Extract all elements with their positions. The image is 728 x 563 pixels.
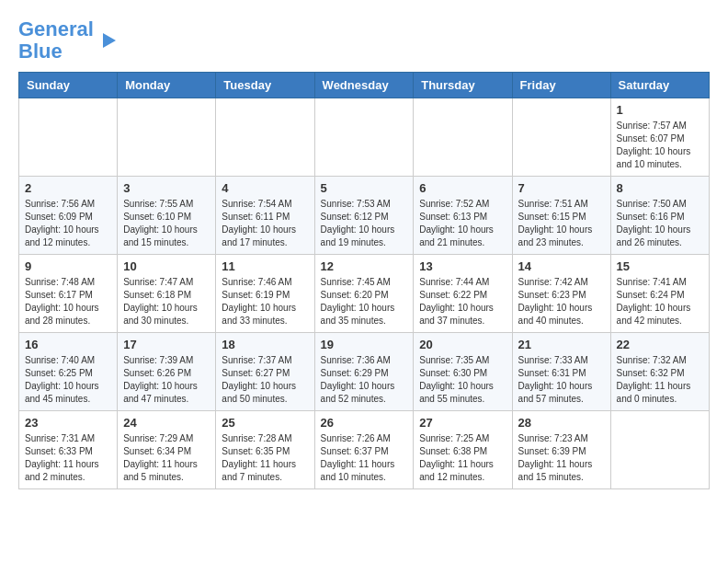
logo: GeneralBlue [18, 18, 121, 63]
calendar-cell: 21Sunrise: 7:33 AM Sunset: 6:31 PM Dayli… [512, 333, 610, 411]
svg-marker-0 [103, 33, 116, 48]
day-number: 11 [222, 259, 308, 273]
calendar-cell [512, 98, 610, 177]
calendar-cell [216, 98, 314, 177]
calendar-cell: 18Sunrise: 7:37 AM Sunset: 6:27 PM Dayli… [216, 333, 314, 411]
day-number: 14 [518, 259, 605, 273]
calendar-week-1: 1Sunrise: 7:57 AM Sunset: 6:07 PM Daylig… [19, 98, 710, 177]
calendar-cell [19, 98, 118, 177]
calendar-cell: 28Sunrise: 7:23 AM Sunset: 6:39 PM Dayli… [512, 411, 610, 489]
day-number: 20 [419, 338, 506, 351]
day-info: Sunrise: 7:29 AM Sunset: 6:34 PM Dayligh… [123, 432, 210, 484]
calendar-header-thursday: Thursday [414, 73, 512, 98]
calendar-week-3: 9Sunrise: 7:48 AM Sunset: 6:17 PM Daylig… [19, 255, 710, 333]
day-info: Sunrise: 7:42 AM Sunset: 6:23 PM Dayligh… [518, 276, 605, 327]
calendar-cell: 27Sunrise: 7:25 AM Sunset: 6:38 PM Dayli… [414, 411, 512, 489]
day-info: Sunrise: 7:50 AM Sunset: 6:16 PM Dayligh… [617, 198, 703, 249]
calendar-cell: 4Sunrise: 7:54 AM Sunset: 6:11 PM Daylig… [216, 177, 314, 255]
day-info: Sunrise: 7:23 AM Sunset: 6:39 PM Dayligh… [518, 432, 605, 484]
calendar-cell: 11Sunrise: 7:46 AM Sunset: 6:19 PM Dayli… [216, 255, 314, 333]
day-number: 13 [419, 259, 506, 273]
day-number: 17 [123, 338, 210, 351]
calendar-cell: 10Sunrise: 7:47 AM Sunset: 6:18 PM Dayli… [118, 255, 216, 333]
day-number: 27 [419, 416, 506, 430]
calendar-cell: 17Sunrise: 7:39 AM Sunset: 6:26 PM Dayli… [118, 333, 216, 411]
calendar-cell [414, 98, 512, 177]
calendar-week-5: 23Sunrise: 7:31 AM Sunset: 6:33 PM Dayli… [19, 411, 710, 489]
day-info: Sunrise: 7:37 AM Sunset: 6:27 PM Dayligh… [222, 354, 308, 406]
day-number: 9 [25, 259, 111, 273]
day-number: 18 [222, 338, 308, 351]
calendar-cell: 3Sunrise: 7:55 AM Sunset: 6:10 PM Daylig… [118, 177, 216, 255]
day-info: Sunrise: 7:51 AM Sunset: 6:15 PM Dayligh… [518, 198, 605, 249]
page-header: GeneralBlue [18, 18, 710, 63]
day-info: Sunrise: 7:54 AM Sunset: 6:11 PM Dayligh… [222, 198, 308, 249]
calendar-cell: 16Sunrise: 7:40 AM Sunset: 6:25 PM Dayli… [19, 333, 118, 411]
calendar-header-sunday: Sunday [19, 73, 118, 98]
day-info: Sunrise: 7:26 AM Sunset: 6:37 PM Dayligh… [321, 432, 408, 484]
calendar-header-wednesday: Wednesday [314, 73, 414, 98]
calendar-header-saturday: Saturday [610, 73, 709, 98]
day-info: Sunrise: 7:40 AM Sunset: 6:25 PM Dayligh… [25, 354, 111, 406]
calendar-cell: 8Sunrise: 7:50 AM Sunset: 6:16 PM Daylig… [610, 177, 709, 255]
calendar-cell [314, 98, 414, 177]
day-info: Sunrise: 7:56 AM Sunset: 6:09 PM Dayligh… [25, 198, 111, 249]
calendar-cell: 22Sunrise: 7:32 AM Sunset: 6:32 PM Dayli… [610, 333, 709, 411]
day-info: Sunrise: 7:57 AM Sunset: 6:07 PM Dayligh… [617, 120, 703, 171]
logo-text: GeneralBlue [18, 18, 94, 63]
day-info: Sunrise: 7:53 AM Sunset: 6:12 PM Dayligh… [321, 198, 408, 249]
calendar-cell: 6Sunrise: 7:52 AM Sunset: 6:13 PM Daylig… [414, 177, 512, 255]
calendar-cell: 20Sunrise: 7:35 AM Sunset: 6:30 PM Dayli… [414, 333, 512, 411]
day-number: 1 [617, 103, 703, 117]
calendar-cell: 19Sunrise: 7:36 AM Sunset: 6:29 PM Dayli… [314, 333, 414, 411]
calendar-body: 1Sunrise: 7:57 AM Sunset: 6:07 PM Daylig… [19, 98, 710, 489]
day-number: 2 [25, 181, 111, 195]
calendar-cell: 2Sunrise: 7:56 AM Sunset: 6:09 PM Daylig… [19, 177, 118, 255]
calendar-cell: 7Sunrise: 7:51 AM Sunset: 6:15 PM Daylig… [512, 177, 610, 255]
day-info: Sunrise: 7:44 AM Sunset: 6:22 PM Dayligh… [419, 276, 506, 327]
day-info: Sunrise: 7:35 AM Sunset: 6:30 PM Dayligh… [419, 354, 506, 406]
day-number: 26 [321, 416, 408, 430]
calendar-header-monday: Monday [118, 73, 216, 98]
day-info: Sunrise: 7:39 AM Sunset: 6:26 PM Dayligh… [123, 354, 210, 406]
day-number: 22 [617, 338, 703, 351]
day-info: Sunrise: 7:25 AM Sunset: 6:38 PM Dayligh… [419, 432, 506, 484]
calendar-cell: 1Sunrise: 7:57 AM Sunset: 6:07 PM Daylig… [610, 98, 709, 177]
calendar-header-tuesday: Tuesday [216, 73, 314, 98]
day-number: 19 [321, 338, 408, 351]
calendar-cell: 5Sunrise: 7:53 AM Sunset: 6:12 PM Daylig… [314, 177, 414, 255]
calendar-week-2: 2Sunrise: 7:56 AM Sunset: 6:09 PM Daylig… [19, 177, 710, 255]
calendar-header-row: SundayMondayTuesdayWednesdayThursdayFrid… [19, 73, 710, 98]
day-info: Sunrise: 7:36 AM Sunset: 6:29 PM Dayligh… [321, 354, 408, 406]
day-number: 16 [25, 338, 111, 351]
calendar-week-4: 16Sunrise: 7:40 AM Sunset: 6:25 PM Dayli… [19, 333, 710, 411]
day-number: 6 [419, 181, 506, 195]
day-number: 21 [518, 338, 605, 351]
calendar-cell: 14Sunrise: 7:42 AM Sunset: 6:23 PM Dayli… [512, 255, 610, 333]
day-number: 3 [123, 181, 210, 195]
day-info: Sunrise: 7:46 AM Sunset: 6:19 PM Dayligh… [222, 276, 308, 327]
day-info: Sunrise: 7:48 AM Sunset: 6:17 PM Dayligh… [25, 276, 111, 327]
calendar-cell: 13Sunrise: 7:44 AM Sunset: 6:22 PM Dayli… [414, 255, 512, 333]
calendar-cell: 12Sunrise: 7:45 AM Sunset: 6:20 PM Dayli… [314, 255, 414, 333]
day-info: Sunrise: 7:33 AM Sunset: 6:31 PM Dayligh… [518, 354, 605, 406]
day-info: Sunrise: 7:55 AM Sunset: 6:10 PM Dayligh… [123, 198, 210, 249]
calendar-table: SundayMondayTuesdayWednesdayThursdayFrid… [18, 72, 710, 489]
day-number: 4 [222, 181, 308, 195]
calendar-cell [118, 98, 216, 177]
day-number: 23 [25, 416, 111, 430]
calendar-cell: 26Sunrise: 7:26 AM Sunset: 6:37 PM Dayli… [314, 411, 414, 489]
calendar-cell: 24Sunrise: 7:29 AM Sunset: 6:34 PM Dayli… [118, 411, 216, 489]
day-info: Sunrise: 7:31 AM Sunset: 6:33 PM Dayligh… [25, 432, 111, 484]
day-info: Sunrise: 7:52 AM Sunset: 6:13 PM Dayligh… [419, 198, 506, 249]
day-info: Sunrise: 7:32 AM Sunset: 6:32 PM Dayligh… [617, 354, 703, 406]
day-info: Sunrise: 7:41 AM Sunset: 6:24 PM Dayligh… [617, 276, 703, 327]
day-number: 10 [123, 259, 210, 273]
day-number: 24 [123, 416, 210, 430]
calendar-cell: 15Sunrise: 7:41 AM Sunset: 6:24 PM Dayli… [610, 255, 709, 333]
day-number: 28 [518, 416, 605, 430]
logo-icon [96, 28, 121, 53]
day-number: 25 [222, 416, 308, 430]
day-number: 15 [617, 259, 703, 273]
calendar-header-friday: Friday [512, 73, 610, 98]
